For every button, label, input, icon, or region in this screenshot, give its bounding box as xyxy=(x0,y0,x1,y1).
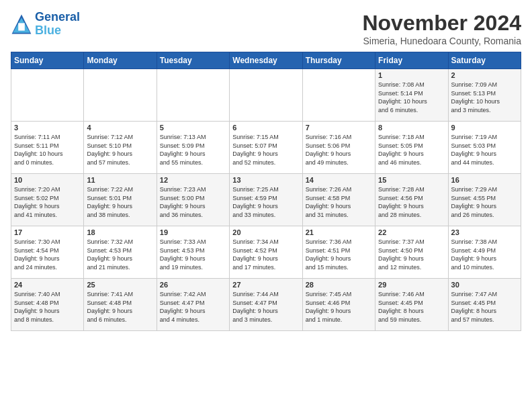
day-number: 16 xyxy=(451,176,518,184)
day-info: Sunrise: 7:38 AM Sunset: 4:49 PM Dayligh… xyxy=(451,238,518,271)
calendar-cell: 18Sunrise: 7:32 AM Sunset: 4:53 PM Dayli… xyxy=(84,226,157,279)
day-number: 17 xyxy=(14,228,81,236)
header-day-thursday: Thursday xyxy=(302,52,375,69)
calendar-cell: 13Sunrise: 7:25 AM Sunset: 4:59 PM Dayli… xyxy=(230,174,302,226)
day-info: Sunrise: 7:36 AM Sunset: 4:51 PM Dayligh… xyxy=(306,238,372,271)
day-number: 7 xyxy=(306,124,372,132)
title-block: November 2024 Simeria, Hunedoara County,… xyxy=(362,11,521,46)
calendar-cell: 23Sunrise: 7:38 AM Sunset: 4:49 PM Dayli… xyxy=(448,226,521,279)
calendar-cell: 4Sunrise: 7:12 AM Sunset: 5:10 PM Daylig… xyxy=(84,122,157,174)
day-number: 15 xyxy=(378,176,445,184)
day-info: Sunrise: 7:26 AM Sunset: 4:58 PM Dayligh… xyxy=(306,185,372,219)
day-info: Sunrise: 7:46 AM Sunset: 4:45 PM Dayligh… xyxy=(378,290,445,324)
month-title: November 2024 xyxy=(362,11,521,36)
day-number: 21 xyxy=(306,228,372,236)
day-info: Sunrise: 7:09 AM Sunset: 5:13 PM Dayligh… xyxy=(451,81,518,114)
day-number: 30 xyxy=(451,281,518,289)
day-info: Sunrise: 7:28 AM Sunset: 4:56 PM Dayligh… xyxy=(378,185,445,219)
day-number: 6 xyxy=(232,124,299,132)
calendar-cell: 26Sunrise: 7:42 AM Sunset: 4:47 PM Dayli… xyxy=(157,279,229,331)
day-number: 26 xyxy=(160,281,226,289)
calendar-body: 1Sunrise: 7:08 AM Sunset: 5:14 PM Daylig… xyxy=(11,69,521,331)
day-number: 1 xyxy=(378,71,445,79)
day-number: 12 xyxy=(160,176,226,184)
calendar-cell: 29Sunrise: 7:46 AM Sunset: 4:45 PM Dayli… xyxy=(375,279,448,331)
calendar-cell xyxy=(302,69,375,122)
calendar-cell: 25Sunrise: 7:41 AM Sunset: 4:48 PM Dayli… xyxy=(84,279,157,331)
calendar-cell: 17Sunrise: 7:30 AM Sunset: 4:54 PM Dayli… xyxy=(11,226,84,279)
calendar-cell: 3Sunrise: 7:11 AM Sunset: 5:11 PM Daylig… xyxy=(11,122,84,174)
logo-text: General Blue xyxy=(35,11,80,38)
calendar-cell: 14Sunrise: 7:26 AM Sunset: 4:58 PM Dayli… xyxy=(302,174,375,226)
calendar-cell: 15Sunrise: 7:28 AM Sunset: 4:56 PM Dayli… xyxy=(375,174,448,226)
day-info: Sunrise: 7:40 AM Sunset: 4:48 PM Dayligh… xyxy=(14,290,81,324)
day-info: Sunrise: 7:37 AM Sunset: 4:50 PM Dayligh… xyxy=(378,238,445,271)
day-info: Sunrise: 7:19 AM Sunset: 5:03 PM Dayligh… xyxy=(451,133,518,167)
week-row-1: 1Sunrise: 7:08 AM Sunset: 5:14 PM Daylig… xyxy=(11,69,521,122)
day-info: Sunrise: 7:47 AM Sunset: 4:45 PM Dayligh… xyxy=(451,290,518,324)
day-number: 9 xyxy=(451,124,518,132)
day-number: 2 xyxy=(451,71,518,79)
day-number: 14 xyxy=(306,176,372,184)
week-row-2: 3Sunrise: 7:11 AM Sunset: 5:11 PM Daylig… xyxy=(11,122,521,174)
calendar-cell: 7Sunrise: 7:16 AM Sunset: 5:06 PM Daylig… xyxy=(302,122,375,174)
day-info: Sunrise: 7:41 AM Sunset: 4:48 PM Dayligh… xyxy=(87,290,153,324)
day-number: 25 xyxy=(87,281,153,289)
day-number: 13 xyxy=(232,176,299,184)
calendar-cell: 2Sunrise: 7:09 AM Sunset: 5:13 PM Daylig… xyxy=(448,69,521,122)
day-number: 3 xyxy=(14,124,81,132)
day-number: 23 xyxy=(451,228,518,236)
day-number: 5 xyxy=(160,124,226,132)
calendar-cell: 6Sunrise: 7:15 AM Sunset: 5:07 PM Daylig… xyxy=(230,122,302,174)
day-info: Sunrise: 7:23 AM Sunset: 5:00 PM Dayligh… xyxy=(160,185,226,219)
header-day-sunday: Sunday xyxy=(11,52,84,69)
page: General Blue November 2024 Simeria, Hune… xyxy=(0,0,532,411)
calendar-cell: 10Sunrise: 7:20 AM Sunset: 5:02 PM Dayli… xyxy=(11,174,84,226)
logo-line2: Blue xyxy=(35,24,80,38)
logo: General Blue xyxy=(11,11,80,38)
day-info: Sunrise: 7:22 AM Sunset: 5:01 PM Dayligh… xyxy=(87,185,153,219)
day-number: 20 xyxy=(232,228,299,236)
header-row: SundayMondayTuesdayWednesdayThursdayFrid… xyxy=(11,52,521,69)
day-number: 29 xyxy=(378,281,445,289)
calendar-cell: 11Sunrise: 7:22 AM Sunset: 5:01 PM Dayli… xyxy=(84,174,157,226)
location-subtitle: Simeria, Hunedoara County, Romania xyxy=(362,36,521,46)
calendar-cell xyxy=(157,69,229,122)
day-info: Sunrise: 7:13 AM Sunset: 5:09 PM Dayligh… xyxy=(160,133,226,167)
calendar-cell: 16Sunrise: 7:29 AM Sunset: 4:55 PM Dayli… xyxy=(448,174,521,226)
calendar-cell: 19Sunrise: 7:33 AM Sunset: 4:53 PM Dayli… xyxy=(157,226,229,279)
week-row-5: 24Sunrise: 7:40 AM Sunset: 4:48 PM Dayli… xyxy=(11,279,521,331)
calendar-cell: 30Sunrise: 7:47 AM Sunset: 4:45 PM Dayli… xyxy=(448,279,521,331)
calendar-cell: 21Sunrise: 7:36 AM Sunset: 4:51 PM Dayli… xyxy=(302,226,375,279)
calendar-cell: 9Sunrise: 7:19 AM Sunset: 5:03 PM Daylig… xyxy=(448,122,521,174)
day-info: Sunrise: 7:42 AM Sunset: 4:47 PM Dayligh… xyxy=(160,290,226,324)
logo-line1: General xyxy=(35,11,80,24)
day-info: Sunrise: 7:11 AM Sunset: 5:11 PM Dayligh… xyxy=(14,133,81,167)
calendar-table: SundayMondayTuesdayWednesdayThursdayFrid… xyxy=(11,52,521,331)
calendar-cell: 20Sunrise: 7:34 AM Sunset: 4:52 PM Dayli… xyxy=(230,226,302,279)
calendar-cell: 5Sunrise: 7:13 AM Sunset: 5:09 PM Daylig… xyxy=(157,122,229,174)
calendar-cell xyxy=(84,69,157,122)
day-info: Sunrise: 7:16 AM Sunset: 5:06 PM Dayligh… xyxy=(306,133,372,167)
calendar-cell: 1Sunrise: 7:08 AM Sunset: 5:14 PM Daylig… xyxy=(375,69,448,122)
day-info: Sunrise: 7:20 AM Sunset: 5:02 PM Dayligh… xyxy=(14,185,81,219)
day-number: 10 xyxy=(14,176,81,184)
day-info: Sunrise: 7:32 AM Sunset: 4:53 PM Dayligh… xyxy=(87,238,153,271)
day-number: 22 xyxy=(378,228,445,236)
calendar-cell: 12Sunrise: 7:23 AM Sunset: 5:00 PM Dayli… xyxy=(157,174,229,226)
header-day-wednesday: Wednesday xyxy=(230,52,302,69)
day-info: Sunrise: 7:15 AM Sunset: 5:07 PM Dayligh… xyxy=(232,133,299,167)
logo-icon xyxy=(11,13,32,35)
header: General Blue November 2024 Simeria, Hune… xyxy=(11,11,521,46)
calendar-cell: 22Sunrise: 7:37 AM Sunset: 4:50 PM Dayli… xyxy=(375,226,448,279)
svg-rect-2 xyxy=(18,23,25,30)
week-row-4: 17Sunrise: 7:30 AM Sunset: 4:54 PM Dayli… xyxy=(11,226,521,279)
day-number: 8 xyxy=(378,124,445,132)
calendar-cell: 28Sunrise: 7:45 AM Sunset: 4:46 PM Dayli… xyxy=(302,279,375,331)
day-info: Sunrise: 7:12 AM Sunset: 5:10 PM Dayligh… xyxy=(87,133,153,167)
day-number: 19 xyxy=(160,228,226,236)
day-info: Sunrise: 7:44 AM Sunset: 4:47 PM Dayligh… xyxy=(232,290,299,324)
day-number: 18 xyxy=(87,228,153,236)
day-info: Sunrise: 7:25 AM Sunset: 4:59 PM Dayligh… xyxy=(232,185,299,219)
day-info: Sunrise: 7:29 AM Sunset: 4:55 PM Dayligh… xyxy=(451,185,518,219)
